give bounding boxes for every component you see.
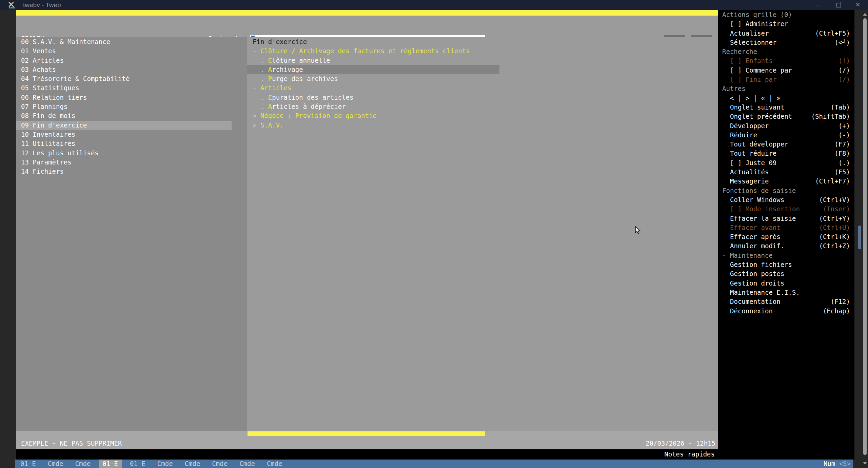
tree-item[interactable]: - Articles — [247, 83, 718, 93]
mouse-cursor-icon — [635, 226, 644, 235]
titlebar: twebv - Tweb — ✕ — [0, 0, 868, 10]
left-margin — [0, 10, 16, 468]
actions-menu-item[interactable]: Déconnexion(Echap) — [718, 307, 854, 316]
app-tools-icon — [7, 1, 16, 9]
minimize-button[interactable]: — — [811, 0, 825, 10]
expand-icon: > — [253, 112, 260, 119]
menu-item-08[interactable]: 08 Fin de mois — [16, 111, 247, 120]
session-tabs: 01-ECmdeCmde01-E01-ECmdeCmdeCmdeCmdeCmde — [15, 460, 853, 468]
menu-item-02[interactable]: 02 Articles — [16, 56, 247, 65]
actions-menu-item[interactable]: [ ] Administrer — [718, 19, 854, 28]
close-button[interactable]: ✕ — [851, 0, 865, 10]
main-menu-panel: 00 S.A.V. & Maintenance01 Ventes02 Artic… — [16, 37, 247, 431]
actions-section-header: Fonctions de saisie — [718, 186, 854, 195]
actions-menu-item[interactable]: Développer(+) — [718, 121, 854, 131]
menu-item-14[interactable]: 14 Fichiers — [16, 167, 247, 176]
tree-item[interactable]: - Clôture / Archivage des factures et rè… — [247, 46, 718, 56]
session-tab-1[interactable]: 01-E — [17, 460, 40, 468]
horizontal-scrollbar-thumb[interactable] — [248, 431, 485, 436]
window-scrollbar-thumb[interactable] — [863, 18, 867, 455]
actions-menu-item[interactable]: Actualités(F5) — [718, 168, 854, 177]
actions-menu-item[interactable]: Onglet suivant(Tab) — [718, 103, 854, 112]
top-accent-bar — [16, 10, 718, 16]
tree-item[interactable]: > S.A.V. — [247, 121, 718, 130]
session-tab-4[interactable]: 01-E — [99, 460, 122, 468]
menu-item-13[interactable]: 13 Paramètres — [16, 158, 247, 167]
actions-menu-item[interactable]: Documentation(F12) — [718, 297, 854, 306]
actions-menu-item[interactable]: Actualiser(Ctrl+F5) — [718, 29, 854, 38]
menu-item-09[interactable]: 09 Fin d'exercice — [16, 121, 247, 130]
menu-item-10[interactable]: 10 Inventaires — [16, 130, 247, 139]
header-band: EISDEV Recherche 09 Préc Suiv — [16, 16, 718, 37]
tree-item[interactable]: . Articles à déprécier — [247, 102, 718, 111]
actions-menu-item[interactable]: Sélectionner(<┘) — [718, 38, 854, 47]
tree-item[interactable]: . Epuration des articles — [247, 93, 718, 102]
tree-item[interactable]: > Négoce : Provision de garantie — [247, 111, 718, 120]
menu-item-03[interactable]: 03 Achats — [16, 65, 247, 74]
actions-menu-item[interactable]: Effacer après(Ctrl+K) — [718, 232, 854, 241]
leaf-bullet-icon: . — [253, 57, 268, 64]
actions-section-header: - Maintenance — [718, 251, 854, 260]
maximize-button[interactable] — [832, 0, 845, 10]
actions-menu-item: Effacer avant(Ctrl+U) — [718, 223, 854, 232]
session-tab-2[interactable]: Cmde — [44, 460, 67, 468]
actions-menu-item[interactable]: Coller Windows(Ctrl+V) — [718, 195, 854, 204]
actions-menu-item[interactable]: [ ] Commence par(/) — [718, 66, 854, 75]
actions-menu-item[interactable]: Effacer la saisie(Ctrl+Y) — [718, 214, 854, 223]
window-title: twebv - Tweb — [23, 0, 61, 10]
num-lock-indicator: Num — [824, 460, 835, 467]
actions-menu-item[interactable]: Gestion droits — [718, 279, 854, 288]
session-tab-6[interactable]: Cmde — [154, 460, 177, 468]
session-tab-10[interactable]: Cmde — [263, 460, 286, 468]
tree-root-title: Fin d'exercice — [247, 37, 718, 46]
application-window: twebv - Tweb — ✕ EISDEV Recherche 09 Pré… — [0, 0, 868, 468]
tree-item[interactable]: . Purge des archives — [247, 74, 718, 83]
menu-item-06[interactable]: 06 Relation tiers — [16, 93, 247, 102]
actions-panel: Actions grille (0)[ ] AdministrerActuali… — [718, 10, 854, 449]
actions-menu-item: [ ] Mode insertion(Inser) — [718, 204, 854, 214]
actions-menu-item[interactable]: [ ] Juste 09(.) — [718, 158, 854, 168]
menu-item-05[interactable]: 05 Statistiques — [16, 83, 247, 93]
actions-menu-item[interactable]: < | > | « | » — [718, 94, 854, 103]
company-status-text: EXEMPLE - NE PAS SUPPRIMER — [21, 439, 122, 448]
session-tab-8[interactable]: Cmde — [208, 460, 231, 468]
actions-menu-item[interactable]: Onglet précédent(ShiftTab) — [718, 112, 854, 121]
actions-menu-item: [ ] Fini par(/) — [718, 75, 854, 84]
actions-section-header: Actions grille (0) — [718, 10, 854, 19]
datetime-display: 20/03/2026 - 12h15 — [646, 439, 715, 448]
leaf-bullet-icon: . — [253, 103, 268, 110]
panel-scrollbar-thumb[interactable] — [858, 226, 861, 249]
actions-menu-item[interactable]: Messagerie(Ctrl+F7) — [718, 177, 854, 186]
leaf-bullet-icon: . — [253, 66, 268, 73]
tree-item[interactable]: . Clôture annuelle — [247, 56, 718, 65]
menu-item-01[interactable]: 01 Ventes — [16, 46, 247, 56]
collapse-icon: - — [253, 47, 260, 55]
session-tab-9[interactable]: Cmde — [236, 460, 259, 468]
tree-item[interactable]: . Archivage — [247, 65, 718, 74]
session-tab-5[interactable]: 01-E — [126, 460, 149, 468]
scroll-up-icon[interactable] — [863, 13, 867, 16]
actions-menu-item[interactable]: Annuler modif.(Ctrl+Z) — [718, 241, 854, 251]
menu-item-12[interactable]: 12 Les plus utilisés — [16, 149, 247, 158]
actions-menu-item[interactable]: Gestion fichiers — [718, 260, 854, 269]
menu-item-07[interactable]: 07 Plannings — [16, 102, 247, 111]
actions-menu-item[interactable]: Tout développer(F7) — [718, 140, 854, 149]
actions-menu-item[interactable]: Tout réduire(F8) — [718, 149, 854, 158]
keyboard-status: Num <S> — [824, 460, 851, 468]
scroll-down-icon[interactable] — [863, 462, 867, 465]
actions-menu-item[interactable]: Réduire(-) — [718, 131, 854, 140]
quick-notes-label[interactable]: Notes rapides — [664, 450, 715, 459]
collapse-icon: - — [253, 84, 260, 92]
session-tab-3[interactable]: Cmde — [72, 460, 95, 468]
actions-menu-item[interactable]: Gestion postes — [718, 269, 854, 278]
session-tab-7[interactable]: Cmde — [181, 460, 204, 468]
submenu-tree-panel: Fin d'exercice- Clôture / Archivage des … — [247, 37, 718, 431]
actions-menu-item[interactable]: Maintenance E.I.S. — [718, 288, 854, 297]
session-taskbar: 01-ECmdeCmde01-E01-ECmdeCmdeCmdeCmdeCmde… — [15, 460, 853, 468]
scrollbar-zone — [854, 10, 868, 468]
scroll-lock-indicator: <S> — [839, 460, 851, 467]
menu-item-00[interactable]: 00 S.A.V. & Maintenance — [16, 37, 247, 46]
menu-item-11[interactable]: 11 Utilitaires — [16, 139, 247, 148]
menu-item-04[interactable]: 04 Trésorerie & Comptabilité — [16, 74, 247, 83]
status-band: EXEMPLE - NE PAS SUPPRIMER 20/03/2026 - … — [16, 431, 718, 449]
